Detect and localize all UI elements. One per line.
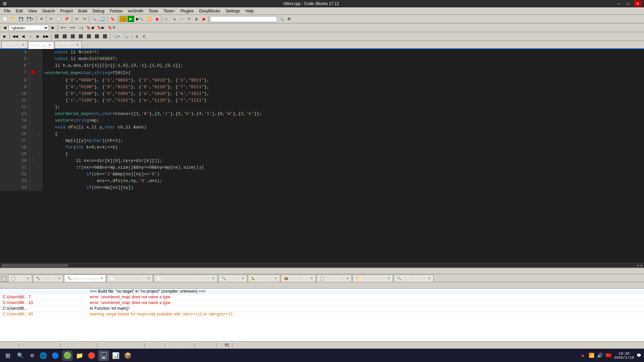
search-button[interactable]: 🔍 xyxy=(14,351,26,360)
btab-closed-files[interactable]: 📁 Closed files list ✕ xyxy=(353,275,393,282)
save-all-btn[interactable]: 💾+ xyxy=(25,16,35,22)
tab-start-here-close[interactable]: ✕ xyxy=(22,43,24,47)
btab-buildlog[interactable]: 🔨 Build log ✕ xyxy=(33,275,63,282)
menu-debug[interactable]: Debug xyxy=(90,8,107,14)
save-btn[interactable]: 💾 xyxy=(17,16,25,22)
debug-over-btn[interactable]: → xyxy=(178,16,185,22)
sym-back[interactable]: ⟵ xyxy=(59,24,67,31)
debug-break-btn[interactable]: ⏸ xyxy=(193,16,200,22)
btab-fortran[interactable]: 📋 Fortran info ✕ xyxy=(317,275,352,282)
menu-build[interactable]: Build xyxy=(75,8,90,14)
menu-project[interactable]: Project xyxy=(58,8,75,14)
code-editor[interactable]: 4 const ll N=1e3+7; 5 const ll mod=21474… xyxy=(0,49,644,263)
taskbar-app3[interactable]: 📦 xyxy=(122,350,133,361)
open-btn[interactable]: 📂 xyxy=(9,16,17,22)
close-button[interactable]: ✕ xyxy=(634,1,641,7)
tb3-11[interactable]: ⬛ xyxy=(93,33,101,40)
menu-help[interactable]: Help xyxy=(243,8,257,14)
compiler-settings[interactable]: ⚙ xyxy=(286,16,292,22)
bookmark-prev[interactable]: 🔖◀ xyxy=(85,24,95,31)
list-item[interactable]: === Build file: "no target" in "no proje… xyxy=(0,289,644,294)
paste-btn[interactable]: 📌 xyxy=(63,16,70,22)
nav-back[interactable]: ◀ xyxy=(1,24,8,31)
tb3-c[interactable]: C xyxy=(141,34,148,40)
horizontal-scrollbar[interactable]: ◀ ▶ xyxy=(0,263,644,267)
taskbar-chrome[interactable]: 🟢 xyxy=(62,350,73,361)
menu-tools[interactable]: Tools xyxy=(146,8,161,14)
compiler-search-go[interactable]: 🔍 xyxy=(278,16,285,22)
bookmark-next[interactable]: 🔖▶ xyxy=(96,24,106,31)
close-btn[interactable]: ✕ xyxy=(38,16,45,22)
tb3-12[interactable]: ⬛ xyxy=(101,33,109,40)
debug-run-btn[interactable]: ▷ xyxy=(163,16,170,22)
menu-doxyblocks[interactable]: DoxyBlocks xyxy=(197,8,223,14)
tb3-2[interactable]: ◀ xyxy=(20,33,26,40)
new-btn[interactable]: 📄 xyxy=(1,16,9,22)
zoom-out[interactable]: 🔍- xyxy=(122,33,130,40)
start-button[interactable]: ⊞ xyxy=(3,351,13,361)
tb3-1[interactable]: ◀◀ xyxy=(11,33,19,40)
menu-edit[interactable]: Edit xyxy=(13,8,25,14)
tab-start-here[interactable]: Start here ✕ xyxy=(1,41,28,48)
tab-cftext-close[interactable]: ✕ xyxy=(48,43,51,47)
tb3-9[interactable]: ⬛ xyxy=(77,33,85,40)
taskbar-codeblocks[interactable]: 🖥️ xyxy=(98,350,109,361)
tb3-8[interactable]: ⬛ xyxy=(69,33,76,40)
copy-btn[interactable]: 📋 xyxy=(55,16,62,22)
tb3-6[interactable]: ⬛ xyxy=(53,33,60,40)
run-btn[interactable]: ▶ xyxy=(127,16,134,22)
menu-search[interactable]: Search xyxy=(40,8,58,14)
goto-func[interactable]: →| xyxy=(77,25,84,31)
zoom-in[interactable]: 🔍+ xyxy=(112,33,121,40)
redo-btn[interactable]: ↪ xyxy=(81,16,88,22)
btab-debugger-close[interactable]: ✕ xyxy=(274,277,277,280)
btab-closed-files-close[interactable]: ✕ xyxy=(387,277,390,280)
debug-step-btn[interactable]: ↘ xyxy=(171,16,177,22)
tab-cftext[interactable]: cftext.cpp ✕ xyxy=(28,42,54,49)
debug-out-btn[interactable]: ↗ xyxy=(185,16,192,22)
minimize-button[interactable]: ─ xyxy=(615,1,622,7)
panel-scroll-left[interactable]: ◀ xyxy=(1,276,7,282)
menu-tools2[interactable]: Tools+ xyxy=(161,8,178,14)
maximize-button[interactable]: □ xyxy=(625,1,631,7)
btab-cppcheck-close[interactable]: ✕ xyxy=(147,277,150,280)
menu-wxsmith[interactable]: wxSmith xyxy=(125,8,146,14)
taskbar-app1[interactable]: 🔴 xyxy=(86,350,97,361)
menu-file[interactable]: File xyxy=(1,8,13,14)
compiler-search[interactable] xyxy=(210,16,277,22)
build-run-btn[interactable]: ▶🔨 xyxy=(135,16,145,22)
btab-fortran-close[interactable]: ✕ xyxy=(346,277,349,280)
taskbar-ie[interactable]: 🌐 xyxy=(38,350,49,361)
btab-thread-search[interactable]: 🔍 Thread search ✕ xyxy=(394,275,434,282)
list-item[interactable]: C:\Users\lllll... 13 error: 'unordered_m… xyxy=(0,300,644,306)
close-bottom-panel[interactable]: ✕ xyxy=(638,269,641,273)
btab-cppcheck-msg[interactable]: 📄 CppCheck/Vera++ messages ✕ xyxy=(154,275,218,282)
stop-btn[interactable]: ⏹ xyxy=(154,16,160,22)
list-item[interactable]: C:\Users\lllll... 7 error: 'unordered_ma… xyxy=(0,294,644,300)
cut-btn[interactable]: ✂ xyxy=(48,16,54,22)
list-item[interactable]: C:\Users\lllll... In Function 'int main(… xyxy=(0,306,644,311)
menu-settings[interactable]: Settings xyxy=(223,8,243,14)
btab-buildmessages-close[interactable]: ✕ xyxy=(100,277,103,280)
btab-cppcheck-msg-close[interactable]: ✕ xyxy=(212,277,215,280)
list-item[interactable]: C:\Users\lllll... 43 warning: range-base… xyxy=(0,311,644,317)
taskbar-edge[interactable]: 🔵 xyxy=(50,350,61,361)
menu-plugins[interactable]: Plugins xyxy=(178,8,196,14)
tb3-7[interactable]: ⬛ xyxy=(61,33,68,40)
btab-buildlog-close[interactable]: ✕ xyxy=(58,277,60,280)
btab-debugger[interactable]: 🐛 Debugger ✕ xyxy=(248,275,280,282)
replace-btn[interactable]: 🔄 xyxy=(99,16,106,22)
tab-swpu[interactable]: *swpu.cpp ✕ xyxy=(55,41,82,48)
tb3-10[interactable]: ⬛ xyxy=(85,33,93,40)
btab-doxyblocks-close[interactable]: ✕ xyxy=(310,277,313,280)
taskbar-explorer[interactable]: 📁 xyxy=(74,350,85,361)
menu-view[interactable]: View xyxy=(25,8,40,14)
btab-cppcheck[interactable]: 📄 CppCheck/Vera++ ✕ xyxy=(107,275,153,282)
btab-cscope-close[interactable]: ✕ xyxy=(241,277,244,280)
menu-fortran[interactable]: Fortran xyxy=(107,8,125,14)
bookmark-btn[interactable]: 🔖 xyxy=(109,16,116,22)
tb3-5[interactable]: ▶▶ xyxy=(42,33,50,40)
tb3-s[interactable]: S xyxy=(133,34,140,40)
tb3-3[interactable]: ↔ xyxy=(27,34,34,40)
clear-bookmarks[interactable]: 🔖✕ xyxy=(106,24,117,31)
